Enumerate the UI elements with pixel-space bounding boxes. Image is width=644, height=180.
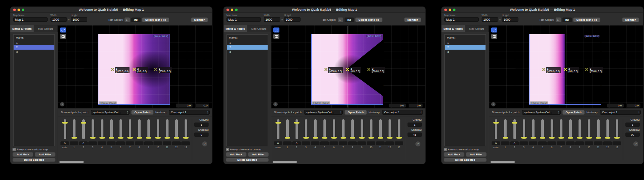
fader-value-field[interactable]: 0: [510, 141, 519, 145]
fader-value-field[interactable]: [603, 141, 612, 145]
canvas-help-button[interactable]: ?: [491, 102, 496, 106]
marks-list-item-2[interactable]: 2: [227, 45, 268, 50]
fader-track[interactable]: [73, 119, 75, 139]
background-image-tool-button[interactable]: [60, 34, 66, 39]
fader-value-field[interactable]: [153, 141, 162, 145]
fader-value-field[interactable]: [135, 141, 143, 145]
fader-value-field[interactable]: [395, 141, 403, 145]
heatmap-select[interactable]: Cue output 1 ▲▼: [382, 110, 423, 115]
fader-track[interactable]: [185, 119, 187, 139]
fader-value-field[interactable]: [88, 141, 97, 145]
fader-handle[interactable]: [72, 137, 77, 139]
map-mark-1[interactable]: 1(-300.0, 0.0): [542, 67, 561, 73]
fader-track[interactable]: [616, 119, 618, 139]
patch-select[interactable]: system – System Out... ▲▼: [91, 110, 130, 115]
open-patch-button[interactable]: Open Patch: [345, 110, 367, 115]
marquee-tool-button[interactable]: [60, 28, 66, 32]
map-mark-2[interactable]: 2(0.0, 0.0): [132, 67, 148, 73]
monitor-button[interactable]: Monitor: [622, 18, 639, 22]
fader-track[interactable]: [597, 119, 600, 139]
close-button[interactable]: [444, 9, 447, 11]
delete-selected-button[interactable]: Delete Selected: [226, 158, 269, 162]
fader-handle[interactable]: [127, 137, 133, 139]
add-filter-button[interactable]: Add Filter: [248, 152, 269, 157]
fader-handle[interactable]: [322, 137, 327, 139]
fader-track[interactable]: [82, 119, 85, 139]
checkbox-checked-icon[interactable]: ✓: [226, 148, 229, 151]
fader-scrollbar[interactable]: [59, 161, 84, 163]
fader-track[interactable]: [147, 119, 150, 139]
fader-value-field[interactable]: 0: [79, 141, 88, 145]
fader-track[interactable]: [323, 119, 326, 139]
fader-handle[interactable]: [165, 137, 170, 139]
tab-marks-filters[interactable]: Marks & Filters: [441, 25, 465, 32]
fader-handle[interactable]: [558, 137, 564, 139]
fader-handle[interactable]: [586, 137, 592, 139]
patch-select[interactable]: system – System Out... ▲▼: [522, 110, 561, 115]
close-button[interactable]: [13, 9, 16, 11]
height-field[interactable]: 1000: [71, 17, 87, 22]
fader-handle[interactable]: [183, 137, 189, 139]
fader-handle[interactable]: [109, 137, 114, 139]
select-test-file-button[interactable]: Select Test File: [573, 18, 600, 22]
fader-value-field[interactable]: [339, 141, 347, 145]
fader-value-field[interactable]: [367, 141, 375, 145]
fader-track[interactable]: [129, 119, 131, 139]
marks-list-item-3[interactable]: 3: [445, 50, 486, 54]
fader-value-field[interactable]: [547, 141, 556, 145]
fader-handle[interactable]: [512, 122, 517, 124]
minimize-button[interactable]: [18, 9, 20, 11]
width-field[interactable]: 1000: [482, 17, 498, 22]
width-field[interactable]: 1000: [50, 17, 67, 22]
map-canvas[interactable]: (500.0, 500.0) (-500.0, -500.0) 1(-300.0…: [58, 25, 212, 108]
fader-value-field[interactable]: [320, 141, 329, 145]
fader-track[interactable]: [569, 119, 572, 139]
fader-value-field[interactable]: [98, 141, 106, 145]
fader-value-field[interactable]: [107, 141, 116, 145]
fader-handle[interactable]: [275, 122, 281, 124]
fader-handle[interactable]: [294, 122, 299, 124]
marks-list-item-1[interactable]: 1: [14, 40, 54, 45]
fader-track[interactable]: [523, 119, 525, 139]
tab-marks-filters[interactable]: Marks & Filters: [10, 25, 34, 32]
fader-value-field[interactable]: 0: [60, 141, 69, 145]
map-name-field[interactable]: Map 1: [13, 17, 48, 22]
gravity-field[interactable]: 1: [625, 122, 640, 127]
monitor-button[interactable]: Monitor: [191, 18, 208, 22]
tab-map-objects[interactable]: Map Objects: [465, 25, 489, 32]
fader-track[interactable]: [333, 119, 335, 139]
fader-handle[interactable]: [614, 137, 620, 139]
fader-handle[interactable]: [90, 137, 96, 139]
fader-handle[interactable]: [378, 137, 383, 139]
fader-handle[interactable]: [369, 137, 374, 139]
tab-map-objects[interactable]: Map Objects: [34, 25, 58, 32]
fader-value-field[interactable]: 0: [492, 141, 500, 145]
shadow-field[interactable]: 45: [408, 132, 422, 137]
marks-list-item-1[interactable]: 1: [227, 40, 268, 45]
fader-track[interactable]: [286, 119, 289, 139]
cursor-y-field[interactable]: 0.0: [627, 104, 640, 108]
tab-marks-filters[interactable]: Marks & Filters: [224, 25, 247, 32]
fader-handle[interactable]: [285, 137, 290, 139]
fader-track[interactable]: [277, 119, 279, 139]
marks-list-item-2[interactable]: 2: [445, 45, 486, 50]
fader-handle[interactable]: [503, 137, 508, 139]
fader-value-field[interactable]: [557, 141, 565, 145]
fader-handle[interactable]: [596, 137, 601, 139]
map-mark-2[interactable]: 2(0.0, 0.0): [345, 67, 361, 73]
fader-value-field[interactable]: [501, 141, 509, 145]
fader-value-field[interactable]: 0: [274, 141, 282, 145]
patch-select[interactable]: system – System Out... ▲▼: [304, 110, 343, 115]
marks-list-item-3[interactable]: 3: [227, 50, 268, 54]
zoom-button[interactable]: [453, 9, 455, 11]
cursor-x-field[interactable]: 0.0: [389, 104, 406, 108]
cursor-x-field[interactable]: 0.0: [607, 104, 624, 108]
cursor-x-field[interactable]: 0.0: [176, 104, 192, 108]
fader-handle[interactable]: [577, 137, 582, 139]
fader-track[interactable]: [361, 119, 363, 139]
width-field[interactable]: 1000: [264, 17, 280, 22]
fader-handle[interactable]: [359, 137, 365, 139]
add-mark-button[interactable]: Add Mark: [13, 152, 33, 157]
fader-value-field[interactable]: [283, 141, 292, 145]
height-field[interactable]: 1000: [502, 17, 518, 22]
